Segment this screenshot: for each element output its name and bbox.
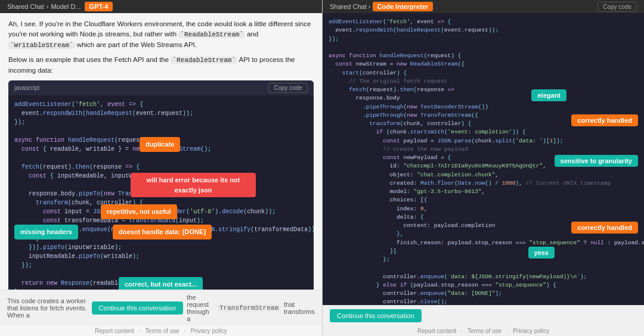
right-footer: Report content · Terms of use · Privacy … bbox=[323, 326, 644, 336]
annotation-sensitive-to-granularity: sensitive to granularity bbox=[555, 155, 638, 167]
right-breadcrumb: Shared Chat › Code Interpreter bbox=[330, 3, 433, 10]
left-topbar: Shared Chat › Model D... GPT-4 bbox=[0, 0, 322, 13]
readable-stream-ref: `ReadableStream` bbox=[171, 57, 237, 64]
code-block-header: javascript Copy code bbox=[8, 80, 314, 95]
bottom-text-after: the request through a bbox=[187, 294, 214, 322]
transform-stream-ref: TransformStream bbox=[218, 304, 280, 312]
model-label: Model D... bbox=[51, 3, 80, 10]
right-shared-chat-label: Shared Chat bbox=[330, 3, 367, 10]
right-breadcrumb-sep: › bbox=[369, 3, 371, 10]
left-panel: Shared Chat › Model D... GPT-4 Ah, I see… bbox=[0, 0, 322, 336]
annotation-elegant: elegant bbox=[531, 89, 566, 101]
continue-conversation-button[interactable]: Continue this conversation bbox=[92, 301, 184, 315]
annotation-duplicate: duplicate bbox=[140, 137, 180, 152]
terms-of-use-link[interactable]: Terms of use bbox=[145, 328, 179, 334]
privacy-link[interactable]: Privacy policy bbox=[191, 328, 227, 334]
left-bottom-bar: This code creates a worker that listens … bbox=[0, 290, 322, 326]
annotation-missing-headers: missing headers bbox=[14, 225, 78, 239]
writable-stream-inline: `WritableStream` bbox=[8, 42, 75, 49]
right-report-link[interactable]: Report content bbox=[417, 328, 457, 334]
code-lang-label: javascript bbox=[14, 83, 39, 92]
annotation-will-hard-error: will hard error because its not exactly … bbox=[131, 173, 256, 197]
annotation-correctly-handled-bot: correctly handled bbox=[571, 222, 638, 234]
right-terms-link[interactable]: Terms of use bbox=[467, 328, 501, 334]
right-code-area: addEventListener('fetch', event => { eve… bbox=[323, 13, 644, 305]
readable-stream-inline: `ReadableStream` bbox=[178, 31, 245, 38]
annotation-doesnt-handle: doesnt handle data: [DONE] bbox=[113, 225, 212, 239]
breadcrumb: Shared Chat › Model D... bbox=[7, 3, 81, 10]
right-copy-button[interactable]: Copy code bbox=[597, 2, 637, 12]
chat-content: Ah, I see. If you're in the Cloudflare W… bbox=[0, 13, 322, 290]
bottom-text-end: that transforms bbox=[284, 301, 315, 315]
shared-chat-label: Shared Chat bbox=[7, 3, 44, 10]
left-footer: Report content · Terms of use · Privacy … bbox=[0, 326, 322, 336]
right-continue-button[interactable]: Continue this conversation bbox=[330, 309, 422, 322]
annotation-repetitive: repetitive, not useful bbox=[101, 204, 177, 219]
right-topbar: Shared Chat › Code Interpreter Copy code bbox=[323, 0, 644, 13]
right-panel: Shared Chat › Code Interpreter Copy code… bbox=[322, 0, 644, 336]
copy-code-button[interactable]: Copy code bbox=[268, 83, 308, 93]
right-bottom-bar: Continue this conversation bbox=[323, 305, 644, 326]
annotation-yess: yess bbox=[528, 247, 555, 259]
annotation-correct-not-exact: correct, but not exact... bbox=[119, 277, 203, 290]
report-content-link[interactable]: Report content bbox=[95, 328, 134, 334]
annotation-correctly-handled-top: correctly handled bbox=[571, 114, 638, 126]
gpt4-badge: GPT-4 bbox=[85, 2, 113, 11]
chat-intro-text: Ah, I see. If you're in the Cloudflare W… bbox=[8, 19, 314, 50]
chat-below-text: Below is an example that uses the Fetch … bbox=[8, 55, 314, 76]
code-interpreter-badge: Code Interpreter bbox=[373, 2, 434, 11]
code-block: javascript Copy code addEventListener('f… bbox=[8, 80, 314, 290]
bottom-text-before: This code creates a worker that listens … bbox=[7, 297, 88, 319]
breadcrumb-separator: › bbox=[47, 3, 49, 10]
right-privacy-link[interactable]: Privacy policy bbox=[513, 328, 549, 334]
